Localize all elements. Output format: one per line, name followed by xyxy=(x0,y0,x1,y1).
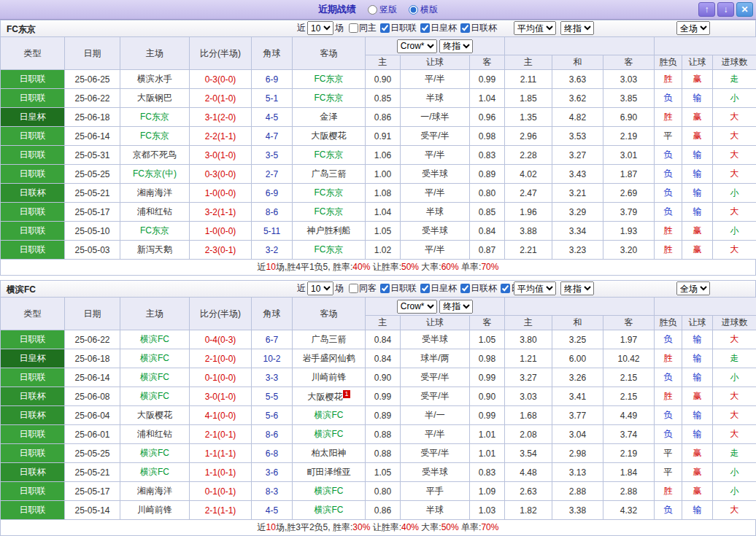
team-link[interactable]: 湘南海洋 xyxy=(137,486,172,496)
team-link[interactable]: 川崎前锋 xyxy=(137,505,172,515)
team-link[interactable]: 横滨FC xyxy=(140,372,169,382)
home-team-cell[interactable]: 京都不死鸟 xyxy=(120,146,190,165)
team-link[interactable]: 岩手盛冈仙鹤 xyxy=(303,353,355,363)
home-team-cell[interactable]: 新泻天鹅 xyxy=(120,241,190,260)
home-team-cell[interactable]: 湘南海洋 xyxy=(120,482,190,501)
move-down-button[interactable]: ↓ xyxy=(717,2,734,17)
team-link[interactable]: 横滨FC xyxy=(315,486,344,496)
filter-checkbox-日联杯[interactable]: 日联杯 xyxy=(460,22,497,34)
away-team-cell[interactable]: 广岛三箭 xyxy=(293,165,366,184)
team-link[interactable]: 川崎前锋 xyxy=(312,372,347,382)
team-link[interactable]: FC东京 xyxy=(315,149,344,160)
team-link[interactable]: 广岛三箭 xyxy=(312,168,347,179)
match-count-select[interactable]: 10 xyxy=(307,281,333,295)
away-team-cell[interactable]: 川崎前锋 xyxy=(293,368,366,387)
odds-time-select[interactable]: 终指 xyxy=(439,300,473,314)
away-team-cell[interactable]: FC东京 xyxy=(293,89,366,108)
checkbox-input[interactable] xyxy=(501,284,510,293)
odds-source-select[interactable]: Crow* xyxy=(397,39,437,53)
avg-source-select[interactable]: 平均值 xyxy=(514,281,556,295)
away-team-cell[interactable]: FC东京 xyxy=(293,241,366,260)
home-team-cell[interactable]: FC东京(中) xyxy=(120,165,190,184)
avg-time-select[interactable]: 终指 xyxy=(560,281,594,295)
home-team-cell[interactable]: FC东京 xyxy=(120,127,190,146)
away-team-cell[interactable]: 广岛三箭 xyxy=(293,330,366,349)
home-team-cell[interactable]: 横滨FC xyxy=(120,330,190,349)
away-team-cell[interactable]: FC东京 xyxy=(293,146,366,165)
away-team-cell[interactable]: 大阪樱花 xyxy=(293,127,366,146)
home-team-cell[interactable]: 大阪钢巴 xyxy=(120,89,190,108)
away-team-cell[interactable]: 金泽 xyxy=(293,108,366,127)
away-team-cell[interactable]: FC东京 xyxy=(293,203,366,222)
horizontal-radio-input[interactable] xyxy=(409,5,418,15)
team-link[interactable]: 柏太阳神 xyxy=(312,448,347,458)
team-link[interactable]: 横滨FC xyxy=(140,334,169,344)
team-link[interactable]: 町田泽维亚 xyxy=(307,467,351,477)
away-team-cell[interactable]: 横滨FC xyxy=(293,482,366,501)
team-link[interactable]: 横滨FC xyxy=(140,391,169,401)
scope-select[interactable]: 全场 xyxy=(676,281,710,295)
team-link[interactable]: 横滨FC xyxy=(315,505,344,515)
away-team-cell[interactable]: FC东京 xyxy=(293,70,366,89)
layout-radio-horizontal[interactable]: 横版 xyxy=(409,4,438,16)
home-team-cell[interactable]: 大阪樱花 xyxy=(120,406,190,425)
away-team-cell[interactable]: 大阪樱花1 xyxy=(293,387,366,406)
team-link[interactable]: 金泽 xyxy=(320,112,338,122)
match-count-select[interactable]: 10 xyxy=(307,21,333,35)
odds-source-select[interactable]: Crow* xyxy=(397,300,437,314)
team-link[interactable]: 大阪樱花 xyxy=(137,410,172,420)
away-team-cell[interactable]: 柏太阳神 xyxy=(293,444,366,463)
team-link[interactable]: FC东京 xyxy=(315,206,344,217)
team-link[interactable]: 横滨FC xyxy=(140,467,169,477)
home-team-cell[interactable]: 横滨FC xyxy=(120,349,190,368)
home-team-cell[interactable]: 横滨FC xyxy=(120,463,190,482)
home-team-cell[interactable]: 湘南海洋 xyxy=(120,184,190,203)
team-link[interactable]: FC东京 xyxy=(140,225,169,236)
odds-time-select[interactable]: 终指 xyxy=(439,39,473,53)
home-team-cell[interactable]: 横滨FC xyxy=(120,387,190,406)
team-link[interactable]: 横滨FC xyxy=(315,429,344,439)
team-link[interactable]: 横滨FC xyxy=(140,448,169,458)
checkbox-input[interactable] xyxy=(420,284,430,293)
move-up-button[interactable]: ↑ xyxy=(698,2,715,17)
team-link[interactable]: 广岛三箭 xyxy=(312,334,347,344)
filter-checkbox-日职联[interactable]: 日职联 xyxy=(380,282,417,295)
away-team-cell[interactable]: FC东京 xyxy=(293,184,366,203)
away-team-cell[interactable]: 横滨FC xyxy=(293,501,366,520)
team-link[interactable]: 横滨水手 xyxy=(137,74,172,84)
away-team-cell[interactable]: 横滨FC xyxy=(293,406,366,425)
team-link[interactable]: 横滨FC xyxy=(140,353,169,363)
checkbox-input[interactable] xyxy=(460,23,470,33)
away-team-cell[interactable]: 神户胜利船 xyxy=(293,222,366,241)
layout-radio-vertical[interactable]: 竖版 xyxy=(368,4,397,16)
team-link[interactable]: FC东京 xyxy=(315,187,344,198)
home-team-cell[interactable]: 横滨FC xyxy=(120,444,190,463)
filter-checkbox-日皇杯[interactable]: 日皇杯 xyxy=(420,282,457,295)
filter-checkbox-日皇杯[interactable]: 日皇杯 xyxy=(420,22,457,34)
filter-checkbox-同客[interactable]: 同客 xyxy=(349,282,377,295)
home-team-cell[interactable]: 浦和红钻 xyxy=(120,425,190,444)
team-link[interactable]: FC东京 xyxy=(315,74,344,84)
close-button[interactable]: ✕ xyxy=(736,2,753,17)
avg-source-select[interactable]: 平均值 xyxy=(514,21,556,35)
scope-select[interactable]: 全场 xyxy=(676,21,710,35)
home-team-cell[interactable]: FC东京 xyxy=(120,108,190,127)
team-link[interactable]: 湘南海洋 xyxy=(137,187,172,198)
team-link[interactable]: 大阪钢巴 xyxy=(137,93,172,103)
checkbox-input[interactable] xyxy=(380,284,390,293)
checkbox-input[interactable] xyxy=(349,23,358,33)
team-link[interactable]: 神户胜利船 xyxy=(307,225,351,236)
checkbox-input[interactable] xyxy=(349,284,358,293)
team-link[interactable]: 浦和红钻 xyxy=(137,429,172,439)
home-team-cell[interactable]: 横滨水手 xyxy=(120,70,190,89)
home-team-cell[interactable]: FC东京 xyxy=(120,222,190,241)
home-team-cell[interactable]: 浦和红钻 xyxy=(120,203,190,222)
away-team-cell[interactable]: 町田泽维亚 xyxy=(293,463,366,482)
filter-checkbox-日职联[interactable]: 日职联 xyxy=(380,22,417,34)
team-link[interactable]: 浦和红钻 xyxy=(137,206,172,217)
vertical-radio-input[interactable] xyxy=(368,5,377,15)
team-link[interactable]: 大阪樱花 xyxy=(312,131,347,141)
away-team-cell[interactable]: 横滨FC xyxy=(293,425,366,444)
team-link[interactable]: FC东京 xyxy=(315,93,344,103)
team-link[interactable]: FC东京 xyxy=(140,112,169,122)
